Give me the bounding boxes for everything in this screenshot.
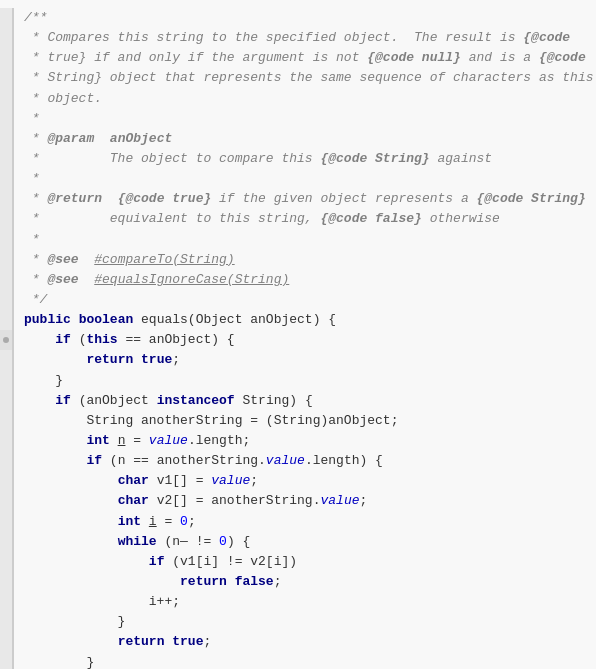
line-gutter — [0, 330, 14, 350]
code-line: return true; — [0, 632, 596, 652]
token: ; — [203, 634, 211, 649]
code-line: * object. — [0, 89, 596, 109]
token: public — [24, 312, 71, 327]
token: {@code String} — [477, 191, 586, 206]
token: {@code null} — [367, 50, 461, 65]
token: * object. — [24, 91, 102, 106]
code-line: * — [0, 109, 596, 129]
token — [24, 534, 118, 549]
token: 0 — [219, 534, 227, 549]
token: int — [86, 433, 109, 448]
token: = — [157, 514, 180, 529]
line-gutter — [0, 109, 14, 129]
code-editor: /** * Compares this string to the specif… — [0, 0, 596, 669]
line-content: * — [20, 109, 596, 129]
line-content: int i = 0; — [20, 512, 596, 532]
token: instanceof — [157, 393, 235, 408]
token: against — [430, 151, 492, 166]
token: ; — [274, 574, 282, 589]
token: true — [141, 352, 172, 367]
token: @see — [47, 252, 78, 267]
code-line: char v2[] = anotherString.value; — [0, 491, 596, 511]
token — [94, 131, 110, 146]
token: boolean — [79, 312, 134, 327]
line-content: int n = value.length; — [20, 431, 596, 451]
token — [24, 574, 180, 589]
token: ; — [188, 514, 196, 529]
line-gutter — [0, 129, 14, 149]
line-gutter — [0, 8, 14, 28]
line-content: * @see #equalsIgnoreCase(String) — [20, 270, 596, 290]
token — [227, 574, 235, 589]
line-gutter — [0, 451, 14, 471]
token: (anObject — [71, 393, 157, 408]
token: * equivalent to this string, — [24, 211, 320, 226]
token: #compareTo(String) — [94, 252, 234, 267]
token: false — [235, 574, 274, 589]
token: {@code — [523, 30, 570, 45]
token: if — [55, 393, 71, 408]
code-line: * Compares this string to the specified … — [0, 28, 596, 48]
line-gutter — [0, 310, 14, 330]
token — [102, 191, 118, 206]
code-line: String anotherString = (String)anObject; — [0, 411, 596, 431]
line-gutter — [0, 431, 14, 451]
token: * — [24, 252, 47, 267]
token: } — [24, 614, 125, 629]
token: v1[] = — [149, 473, 211, 488]
token: anObject — [110, 131, 172, 146]
code-line: if (v1[i] != v2[i]) — [0, 552, 596, 572]
token: otherwise — [422, 211, 500, 226]
token: * — [24, 171, 40, 186]
code-line: * @see #compareTo(String) — [0, 250, 596, 270]
token: if — [86, 453, 102, 468]
line-gutter — [0, 230, 14, 250]
line-gutter — [0, 290, 14, 310]
code-line: } — [0, 371, 596, 391]
line-gutter — [0, 149, 14, 169]
token: if — [149, 554, 165, 569]
token — [24, 514, 118, 529]
line-content: char v1[] = value; — [20, 471, 596, 491]
token — [24, 393, 55, 408]
code-line: int n = value.length; — [0, 431, 596, 451]
line-gutter — [0, 391, 14, 411]
code-line: /** — [0, 8, 596, 28]
token: ; — [250, 473, 258, 488]
line-content: * object. — [20, 89, 596, 109]
code-line: if (this == anObject) { — [0, 330, 596, 350]
token: equals(Object anObject) { — [133, 312, 336, 327]
code-line: * — [0, 169, 596, 189]
code-line: public boolean equals(Object anObject) { — [0, 310, 596, 330]
token: @param — [47, 131, 94, 146]
code-line: } — [0, 612, 596, 632]
token: ( — [71, 332, 87, 347]
line-gutter — [0, 350, 14, 370]
token: @return — [47, 191, 102, 206]
code-line: * — [0, 230, 596, 250]
token: == anObject) { — [118, 332, 235, 347]
line-gutter — [0, 411, 14, 431]
token: value — [149, 433, 188, 448]
code-line: * @param anObject — [0, 129, 596, 149]
line-content: public boolean equals(Object anObject) { — [20, 310, 596, 330]
line-content: * String} object that represents the sam… — [20, 68, 596, 88]
token: int — [118, 514, 141, 529]
line-content: return true; — [20, 350, 596, 370]
token: @see — [47, 272, 78, 287]
line-content: * — [20, 169, 596, 189]
token — [24, 554, 149, 569]
line-content: return false; — [20, 572, 596, 592]
code-line: while (n— != 0) { — [0, 532, 596, 552]
line-gutter — [0, 250, 14, 270]
line-content: * @see #compareTo(String) — [20, 250, 596, 270]
line-gutter — [0, 572, 14, 592]
code-line: return true; — [0, 350, 596, 370]
token: if — [55, 332, 71, 347]
token: * String} object that represents the sam… — [24, 70, 594, 85]
line-content: * — [20, 230, 596, 250]
token — [24, 332, 55, 347]
token: this — [86, 332, 117, 347]
line-gutter — [0, 552, 14, 572]
token — [24, 453, 86, 468]
